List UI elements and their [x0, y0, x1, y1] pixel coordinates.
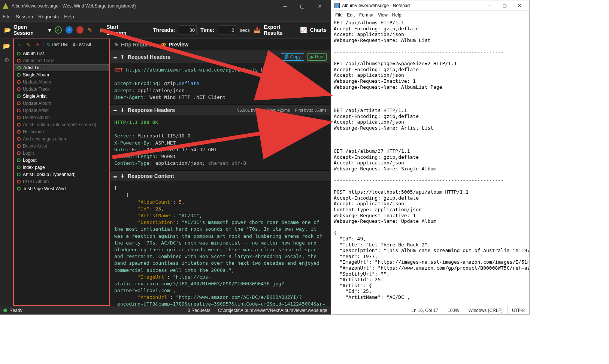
time-label: Time: [200, 27, 214, 33]
inactive-icon [17, 151, 21, 155]
status-requests: 0 Requests [188, 308, 210, 313]
toolbar: 📂 Open Session ▾ ✓ + ✎ ▶ Start Session T… [0, 21, 330, 39]
copy-button[interactable]: 🗐 Copy [281, 53, 304, 61]
edit-icon[interactable]: ✎ [87, 27, 92, 34]
status-line: HTTP/1.1 200 OK [114, 119, 158, 125]
open-session-button[interactable]: 📂 Open Session ▾ [4, 24, 51, 36]
request-label: Update Track [23, 87, 49, 92]
request-item[interactable]: Artist List [14, 64, 109, 71]
status-ready: Ready [9, 308, 22, 313]
export-results-button[interactable]: Export Results [264, 24, 297, 36]
folder-nav-icon[interactable]: 📂 [3, 42, 10, 49]
request-item[interactable]: Add new bogus album [14, 135, 109, 142]
divider [96, 25, 96, 34]
minimize-button[interactable]: ─ [276, 0, 294, 12]
menu-file[interactable]: File [3, 14, 10, 19]
tab-preview[interactable]: 👁Preview [161, 42, 188, 48]
secs-label: secs [240, 27, 250, 33]
chart-icon: 📈 [300, 27, 307, 33]
tab-http-request[interactable]: ✎Http Request [114, 42, 154, 48]
active-icon [17, 94, 21, 98]
add-icon[interactable]: + [66, 26, 73, 34]
response-body: [ { "AlbumCount": 5, "Id": 25, "ArtistNa… [110, 181, 330, 306]
request-item[interactable]: Delete Album [14, 114, 109, 121]
request-item[interactable]: POST Album [14, 178, 109, 185]
request-item[interactable]: Artist Lookup (auto complete search) [14, 121, 109, 128]
notepad-minimize[interactable]: ─ [482, 0, 497, 11]
request-item[interactable]: Artist Lookup (Typeahead) [14, 171, 109, 178]
request-item[interactable]: AlbumList Page [14, 57, 109, 64]
request-item[interactable]: Delete Artist [14, 142, 109, 149]
gear-icon[interactable]: ⚙ [4, 56, 9, 63]
notepad-textarea[interactable]: GET /api/albums HTTP/1.1 Accept-Encoding… [332, 19, 529, 306]
start-session-button[interactable]: ▶ Start Session [100, 24, 138, 36]
request-label: Logout [23, 158, 37, 163]
download-icon: ⬇ [120, 173, 125, 179]
inactive-icon [17, 180, 21, 183]
request-item[interactable]: Login [14, 149, 109, 157]
delete-request-icon[interactable]: ⊘ [34, 42, 40, 48]
request-item[interactable]: Update Album [14, 100, 109, 107]
request-item[interactable]: Update Track [14, 85, 109, 92]
request-label: index page [23, 165, 45, 170]
tabs: ✎Http Request 👁Preview [110, 39, 330, 51]
request-item[interactable]: Album List [14, 50, 109, 57]
menu-help[interactable]: Help [64, 14, 74, 19]
test-url-button[interactable]: Test URL [46, 42, 70, 47]
request-label: Test Page West Wind [23, 186, 66, 191]
threads-input[interactable] [179, 25, 197, 34]
active-icon [17, 187, 21, 191]
folder-icon: 📂 [4, 27, 11, 33]
request-label: Single Artist [23, 94, 46, 99]
request-label: Album List [23, 51, 44, 56]
export-icon: 📤 [254, 27, 261, 33]
request-item[interactable]: Update Album [14, 78, 109, 85]
active-icon [17, 158, 21, 162]
np-menu-edit[interactable]: Edit [347, 12, 355, 18]
request-label: Update Artist [23, 108, 49, 113]
request-item[interactable]: Logout [14, 157, 109, 164]
charts-button[interactable]: Charts [310, 27, 327, 33]
record-icon[interactable] [76, 26, 84, 34]
run-button[interactable]: ▶ Run [307, 53, 327, 61]
menu-session[interactable]: Session [16, 14, 33, 19]
inactive-icon [17, 109, 21, 112]
notepad-close[interactable]: ✕ [512, 0, 527, 11]
upload-icon: ⬆ [120, 54, 125, 60]
request-item[interactable]: Test Page West Wind [14, 185, 109, 192]
add-request-icon[interactable]: ＋ [16, 42, 22, 48]
request-list[interactable]: Album ListAlbumList PageArtist ListSingl… [14, 50, 109, 305]
notepad-maximize[interactable]: ▢ [497, 0, 512, 11]
request-item[interactable]: Single Album [14, 71, 109, 78]
inactive-icon [17, 59, 21, 63]
np-menu-file[interactable]: File [335, 12, 342, 18]
np-menu-help[interactable]: Help [392, 12, 402, 18]
status-ok-icon [3, 309, 7, 312]
response-headers-section[interactable]: ▬ ⬇ Response Headers 96,081 bytes Time: … [110, 104, 330, 115]
request-item[interactable]: Helloworld [14, 128, 109, 135]
bytes-stat: 96,081 bytes [237, 108, 261, 112]
maximize-button[interactable]: ▢ [294, 0, 311, 12]
close-button[interactable]: ✕ [311, 0, 328, 12]
websurge-window: AlbumViewer.websurge - West Wind WebSurg… [0, 0, 331, 315]
request-label: Artist Lookup (Typeahead) [23, 172, 76, 177]
edit-request-icon[interactable]: ✎ [25, 42, 31, 48]
firstbyte-stat: First byte: 353ms [295, 108, 327, 112]
np-menu-format[interactable]: Format [359, 12, 373, 18]
request-item[interactable]: Update Artist [14, 107, 109, 114]
edit-icon: ✎ [114, 42, 119, 48]
menu-requests[interactable]: Requests [38, 14, 59, 19]
notepad-statusbar: Ln 16, Col 17 100% Windows (CRLF) UTF-8 [332, 306, 529, 314]
np-menu-view[interactable]: View [378, 12, 388, 18]
check-icon[interactable]: ✓ [55, 26, 62, 34]
request-label: Artist Lookup (auto complete search) [23, 122, 96, 127]
sidebar-nav: 📂 ⚙ [0, 39, 13, 306]
test-all-button[interactable]: Test All [73, 42, 91, 47]
request-item[interactable]: index page [14, 164, 109, 171]
np-encoding: UTF-8 [507, 306, 529, 314]
request-headers-section[interactable]: ▬ ⬆ Request Headers 🗐 Copy ▶ Run [110, 51, 330, 63]
response-content-section[interactable]: ▬ ⬇ Response Content [110, 170, 330, 181]
eye-icon: 👁 [161, 42, 166, 48]
request-item[interactable]: Single Artist [14, 92, 109, 100]
time-input[interactable] [218, 25, 236, 34]
